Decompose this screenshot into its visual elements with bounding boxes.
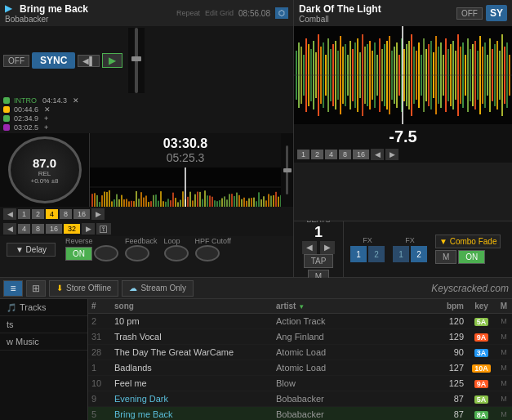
- play-button-left[interactable]: ▶: [102, 53, 122, 68]
- cue-button[interactable]: ◀▌: [78, 55, 100, 67]
- table-row[interactable]: 1 Badlands Atomic Load 127 10A M: [88, 360, 512, 376]
- svg-rect-48: [209, 195, 211, 207]
- prev-btn2[interactable]: ◀: [3, 223, 16, 235]
- fx-controls: Reverse ON Feedback Loop HPF Cutoff: [65, 237, 231, 261]
- fx-knob-4[interactable]: [195, 245, 220, 261]
- fx-on-btn-left[interactable]: ON: [65, 247, 92, 261]
- right-prev-btn[interactable]: ◀: [371, 149, 384, 160]
- off-button-left[interactable]: OFF: [3, 55, 29, 67]
- main-waveform-left: 03:30.8 05:25.3: [90, 133, 281, 207]
- right-on-btn[interactable]: ON: [458, 250, 485, 264]
- fx2-num1[interactable]: 1: [393, 246, 409, 262]
- combo-fade-dropdown[interactable]: ▼ Combo Fade: [435, 235, 501, 248]
- right-m-btn[interactable]: M: [435, 250, 456, 264]
- svg-rect-30: [165, 202, 167, 207]
- fx-dropdown-area: ▼ Delay: [7, 243, 56, 257]
- fx-num-group-1: FX 1 2: [350, 236, 385, 262]
- fx1-num1[interactable]: 1: [350, 246, 367, 262]
- store-offline-btn[interactable]: ⬇ Store Offline: [49, 280, 118, 297]
- loop-btn2-32[interactable]: 32: [64, 224, 80, 234]
- fx-knob-3[interactable]: [164, 245, 189, 261]
- next-btn[interactable]: ▶: [91, 208, 105, 220]
- beats-next[interactable]: ▶: [320, 241, 335, 254]
- svg-rect-40: [189, 192, 191, 207]
- fx1-num2[interactable]: 2: [368, 246, 385, 262]
- loop-btn2-4[interactable]: 4: [18, 224, 30, 234]
- th-song[interactable]: song: [111, 299, 273, 313]
- svg-rect-13: [123, 199, 125, 207]
- loop-btn-8[interactable]: 8: [60, 209, 72, 219]
- right-loop-btn-16[interactable]: 16: [353, 150, 369, 159]
- table-row[interactable]: 31 Trash Vocal Ang Finland 129 9A M: [88, 329, 512, 345]
- sidebar-item-new-music[interactable]: w Music: [0, 333, 87, 351]
- sync-button[interactable]: SYNC: [32, 52, 75, 69]
- svg-rect-60: [238, 195, 240, 207]
- loop-btn-2[interactable]: 2: [32, 209, 44, 219]
- waveform-visual-left: [90, 168, 281, 207]
- fx-knob-1[interactable]: [94, 245, 118, 261]
- loop-btn-16[interactable]: 16: [73, 209, 90, 219]
- right-sy-btn[interactable]: SY: [486, 5, 507, 21]
- svg-rect-19: [138, 199, 140, 207]
- table-row[interactable]: 2 10 pm Action Track 120 5A M: [88, 314, 512, 329]
- right-off-btn[interactable]: OFF: [456, 7, 483, 20]
- th-extra: M: [496, 299, 512, 313]
- next-btn2[interactable]: ▶: [82, 223, 95, 235]
- sidebar-item-tracks[interactable]: 🎵 Tracks: [0, 299, 87, 316]
- cue-plus-1[interactable]: ✕: [73, 96, 79, 105]
- right-loop-btn-4[interactable]: 4: [325, 150, 337, 159]
- left-deck-icon-btn[interactable]: ⬡: [275, 7, 288, 19]
- svg-rect-64: [248, 199, 250, 207]
- sidebar-item-ts[interactable]: ts: [0, 316, 87, 333]
- right-next-btn[interactable]: ▶: [385, 149, 398, 160]
- svg-rect-12: [121, 195, 122, 207]
- pitch-slider-right-area[interactable]: [281, 133, 293, 207]
- svg-rect-67: [256, 201, 257, 207]
- fx2-num2[interactable]: 2: [411, 246, 427, 262]
- fx-reverse-group: Reverse ON: [65, 237, 118, 261]
- fx-delay-dropdown[interactable]: ▼ Delay: [7, 243, 56, 257]
- table-row-playing[interactable]: 5 Bring me Back Bobabacker 87 8A M: [88, 407, 512, 420]
- svg-rect-77: [280, 195, 281, 207]
- svg-rect-3: [99, 202, 100, 207]
- svg-rect-14: [126, 199, 127, 207]
- pitch-slider-left[interactable]: [128, 28, 145, 93]
- fx-knob-2[interactable]: [125, 245, 149, 261]
- tap-btn[interactable]: TAP: [304, 254, 334, 268]
- svg-rect-28: [160, 191, 162, 207]
- prev-btn[interactable]: ◀: [3, 208, 16, 220]
- svg-rect-17: [133, 201, 135, 207]
- svg-rect-26: [155, 194, 157, 207]
- stream-only-btn[interactable]: ☁ Stream Only: [122, 280, 194, 297]
- cue-plus-3[interactable]: +: [44, 114, 48, 123]
- beats-section: BEATS 1 ◀ ▶ TAP M: [294, 221, 344, 277]
- cue-plus-2[interactable]: ✕: [44, 105, 51, 114]
- svg-rect-32: [170, 200, 171, 207]
- svg-rect-59: [236, 193, 238, 207]
- right-loop-btn-2[interactable]: 2: [311, 150, 323, 159]
- loop-btn2-8[interactable]: 8: [32, 224, 44, 234]
- grid-view-btn[interactable]: ⊞: [26, 280, 46, 297]
- right-loop-btn-8[interactable]: 8: [339, 150, 351, 159]
- repeat-label[interactable]: Repeat: [176, 9, 200, 17]
- loop-btn-1[interactable]: 1: [18, 209, 30, 219]
- cue-time-1: 04:14.3: [42, 96, 67, 105]
- loop-btn2-16[interactable]: 16: [46, 224, 62, 234]
- right-loop-btn-1[interactable]: 1: [297, 150, 309, 159]
- table-row[interactable]: 9 Evening Dark Bobabacker 87 5A M: [88, 391, 512, 407]
- th-artist[interactable]: artist ▼: [273, 299, 434, 313]
- cue-plus-4[interactable]: +: [44, 123, 48, 132]
- svg-rect-53: [221, 199, 223, 207]
- table-row[interactable]: 10 Feel me Blow 125 9A M: [88, 376, 512, 391]
- cue-time-2: 00:44.6: [14, 105, 38, 114]
- key-lock-btn[interactable]: ⚿: [96, 223, 111, 235]
- beats-prev[interactable]: ◀: [302, 241, 317, 254]
- svg-rect-44: [199, 192, 201, 207]
- list-view-btn[interactable]: ≡: [3, 280, 23, 297]
- fx-feedback-label: Feedback: [125, 237, 158, 245]
- loop-btn-4[interactable]: 4: [46, 209, 58, 219]
- right-deck-header: Dark Of The Light Comball OFF SY: [294, 0, 512, 26]
- svg-rect-70: [263, 196, 265, 207]
- edit-grid-label[interactable]: Edit Grid: [205, 9, 234, 17]
- table-row[interactable]: 28 The Day The Great WarCame Atomic Load…: [88, 345, 512, 360]
